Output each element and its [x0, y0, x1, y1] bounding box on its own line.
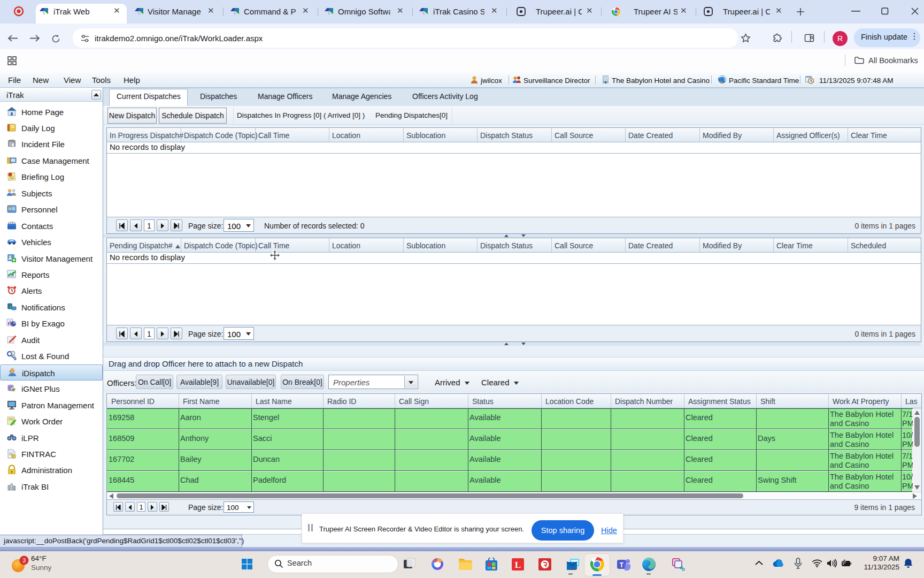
svg-text:L: L [515, 560, 521, 570]
svg-text:T: T [620, 561, 624, 569]
svg-text:3: 3 [22, 557, 26, 564]
